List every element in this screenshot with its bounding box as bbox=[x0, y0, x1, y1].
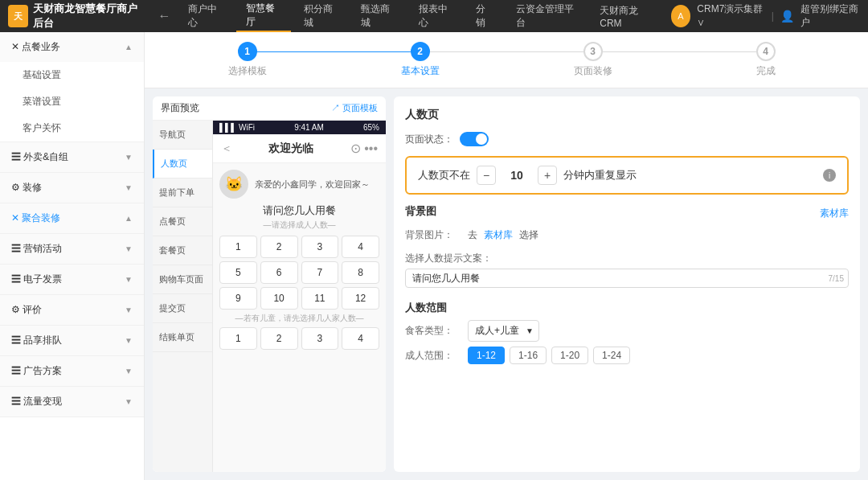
phone-nav-tiqian[interactable]: 提前下单 bbox=[153, 178, 212, 207]
sidebar-section-fapiao: ☰ 电子发票 ▼ bbox=[0, 265, 144, 295]
phone-mock: ▌▌▌ WiFi 9:41 AM 65% ＜ 欢迎光临 ⊙ ••• bbox=[213, 121, 386, 472]
phone-grid-9[interactable]: 9 bbox=[219, 287, 257, 310]
material-library-link[interactable]: 素材库 bbox=[820, 207, 849, 220]
sidebar-section-paidui-header[interactable]: ☰ 品享排队 ▼ bbox=[0, 326, 144, 355]
number-value: 10 bbox=[501, 169, 533, 182]
highlight-label: 人数页不在 bbox=[418, 168, 470, 183]
nav-item-distribution[interactable]: 分销 bbox=[466, 0, 503, 32]
number-control: − 10 + bbox=[477, 166, 557, 185]
avatar: A bbox=[671, 5, 691, 27]
phone-grid-6[interactable]: 6 bbox=[260, 261, 298, 284]
sidebar-section-pingjia-header[interactable]: ⚙ 评价 ▼ bbox=[0, 295, 144, 325]
nav-item-restaurant[interactable]: 智慧餐厅 bbox=[236, 0, 291, 32]
sidebar-item-customer[interactable]: 客户关怀 bbox=[0, 115, 144, 142]
phone-grid-4[interactable]: 4 bbox=[342, 236, 379, 258]
range-option-1-24[interactable]: 1-24 bbox=[593, 347, 630, 364]
step-4: 4 完成 bbox=[679, 42, 852, 88]
sidebar-section-canyin-header[interactable]: ✕ 点餐业务 ▲ bbox=[0, 32, 144, 62]
nav-item-cloud[interactable]: 云资金管理平台 bbox=[506, 0, 587, 32]
preview-link[interactable]: ↗ 页面模板 bbox=[331, 102, 378, 114]
nav-item-crm-nav[interactable]: 天财商龙CRM bbox=[590, 0, 664, 32]
food-type-select[interactable]: 成人+儿童 ▼ bbox=[468, 320, 539, 342]
phone-signal: ▌▌▌ WiFi bbox=[219, 123, 255, 132]
logo-text: 天财商龙智慧餐厅商户后台 bbox=[33, 2, 146, 31]
phone-body: 🐱 亲爱的小鑫同学，欢迎回家～ 请问您几人用餐 —请选择成人人数— 1 2 3 … bbox=[213, 163, 386, 472]
sidebar-section-juhezhuangxiu: ✕ 聚合装修 ▲ bbox=[0, 203, 144, 234]
text-input-wrapper: 7/15 bbox=[405, 269, 849, 288]
food-type-label: 食客类型： bbox=[405, 324, 461, 338]
phone-grid-1[interactable]: 1 bbox=[219, 236, 257, 258]
back-button[interactable]: ← bbox=[158, 9, 170, 23]
sidebar-item-basic[interactable]: 基础设置 bbox=[0, 62, 144, 88]
sidebar-section-liuliang-header[interactable]: ☰ 流量变现 ▼ bbox=[0, 387, 144, 416]
phone-grid-5[interactable]: 5 bbox=[219, 261, 257, 284]
sidebar-section-zhuangxiu-header[interactable]: ⚙ 装修 ▼ bbox=[0, 173, 144, 203]
phone-grid-3[interactable]: 3 bbox=[301, 236, 339, 258]
bg-img-row: 背景图片： 去 素材库 选择 bbox=[405, 228, 849, 242]
phone-grid-12[interactable]: 12 bbox=[342, 287, 379, 310]
phone-nav-renshu[interactable]: 人数页 bbox=[153, 150, 212, 178]
phone-battery: 65% bbox=[363, 123, 379, 132]
range-section: 人数范围 食客类型： 成人+儿童 ▼ 成人范围： 1-12 bbox=[405, 301, 849, 364]
sidebar-section-yingxiao-header[interactable]: ☰ 营销活动 ▼ bbox=[0, 234, 144, 264]
phone-grid-8[interactable]: 8 bbox=[342, 261, 379, 284]
highlight-suffix: 分钟内重复显示 bbox=[563, 168, 817, 183]
settings-panel: 人数页 页面状态： 人数页不在 − 10 + 分钟内重复显示 bbox=[394, 96, 860, 472]
go-label: 去 bbox=[468, 228, 477, 242]
sidebar-section-yingxiao: ☰ 营销活动 ▼ bbox=[0, 234, 144, 265]
phone-nav-list: 导航页 人数页 提前下单 点餐页 套餐页 bbox=[153, 121, 213, 472]
range-option-1-16[interactable]: 1-16 bbox=[510, 347, 547, 364]
text-input[interactable] bbox=[405, 269, 849, 288]
phone-grid2-4[interactable]: 4 bbox=[342, 327, 379, 350]
sidebar-section-pingjia: ⚙ 评价 ▼ bbox=[0, 295, 144, 326]
phone-grid-11[interactable]: 11 bbox=[301, 287, 339, 310]
toggle-switch[interactable] bbox=[460, 132, 489, 146]
phone-grid2-3[interactable]: 3 bbox=[301, 327, 339, 350]
decrement-button[interactable]: − bbox=[477, 166, 496, 185]
phone-grid-10[interactable]: 10 bbox=[260, 287, 298, 310]
bg-material-link2[interactable]: 素材库 bbox=[484, 228, 513, 242]
crm-label[interactable]: CRM7演示集群 ∨ bbox=[697, 2, 764, 30]
phone-preview-section: 界面预览 ↗ 页面模板 导航页 人数页 bbox=[153, 96, 386, 472]
step-3: 3 页面装修 bbox=[506, 42, 679, 88]
text-label: 选择人数提示文案： bbox=[405, 252, 485, 265]
phone-grid-2[interactable]: 2 bbox=[260, 236, 298, 258]
food-type-row: 食客类型： 成人+儿童 ▼ bbox=[405, 320, 849, 342]
increment-button[interactable]: + bbox=[538, 166, 557, 185]
bg-section: 背景图 素材库 背景图片： 去 素材库 选择 bbox=[405, 204, 849, 242]
range-options: 1-12 1-16 1-20 1-24 bbox=[468, 347, 630, 364]
logo-icon: 天 bbox=[8, 5, 28, 27]
sidebar-section-fapiao-header[interactable]: ☰ 电子发票 ▼ bbox=[0, 265, 144, 294]
phone-grid-main: 1 2 3 4 5 6 7 8 9 10 11 bbox=[219, 236, 379, 310]
sidebar-section-juhe-header[interactable]: ✕ 聚合装修 ▲ bbox=[0, 203, 144, 233]
phone-grid-secondary: 1 2 3 4 bbox=[219, 327, 379, 350]
phone-avatar: 🐱 bbox=[219, 170, 248, 199]
content-area: 1 选择模板 2 基本设置 3 页面装修 4 bbox=[145, 32, 868, 480]
step-2-circle: 2 bbox=[411, 42, 430, 61]
nav-item-select[interactable]: 甄选商城 bbox=[351, 0, 406, 32]
nav-item-report[interactable]: 报表中心 bbox=[409, 0, 464, 32]
phone-nav-daohang[interactable]: 导航页 bbox=[153, 121, 212, 150]
sidebar-section-waimai: ☰ 外卖&自组 ▼ bbox=[0, 142, 144, 173]
step-1-circle: 1 bbox=[238, 42, 257, 61]
phone-nav-cart[interactable]: 购物车页面 bbox=[153, 265, 212, 294]
phone-grid2-2[interactable]: 2 bbox=[260, 327, 298, 350]
phone-status-bar: ▌▌▌ WiFi 9:41 AM 65% bbox=[213, 121, 386, 134]
phone-nav-submit[interactable]: 提交页 bbox=[153, 294, 212, 323]
nav-item-merchant[interactable]: 商户中心 bbox=[178, 0, 233, 32]
info-icon[interactable]: i bbox=[823, 169, 836, 182]
nav-item-points[interactable]: 积分商城 bbox=[294, 0, 349, 32]
phone-nav-taocan[interactable]: 套餐页 bbox=[153, 236, 212, 265]
range-option-1-12[interactable]: 1-12 bbox=[468, 347, 505, 364]
phone-grid2-1[interactable]: 1 bbox=[219, 327, 257, 350]
phone-nav-checkout[interactable]: 结账单页 bbox=[153, 323, 212, 352]
phone-nav-diancan[interactable]: 点餐页 bbox=[153, 207, 212, 236]
range-option-1-20[interactable]: 1-20 bbox=[551, 347, 588, 364]
phone-grid-7[interactable]: 7 bbox=[301, 261, 339, 284]
step-3-circle: 3 bbox=[583, 42, 603, 61]
phone-section-header: 界面预览 ↗ 页面模板 bbox=[153, 96, 386, 121]
sidebar-section-waimai-header[interactable]: ☰ 外卖&自组 ▼ bbox=[0, 142, 144, 172]
sidebar-section-guanggao-header[interactable]: ☰ 广告方案 ▼ bbox=[0, 356, 144, 386]
sidebar-item-menu[interactable]: 菜谱设置 bbox=[0, 88, 144, 115]
text-prompt-section: 选择人数提示文案： 7/15 bbox=[405, 252, 849, 288]
